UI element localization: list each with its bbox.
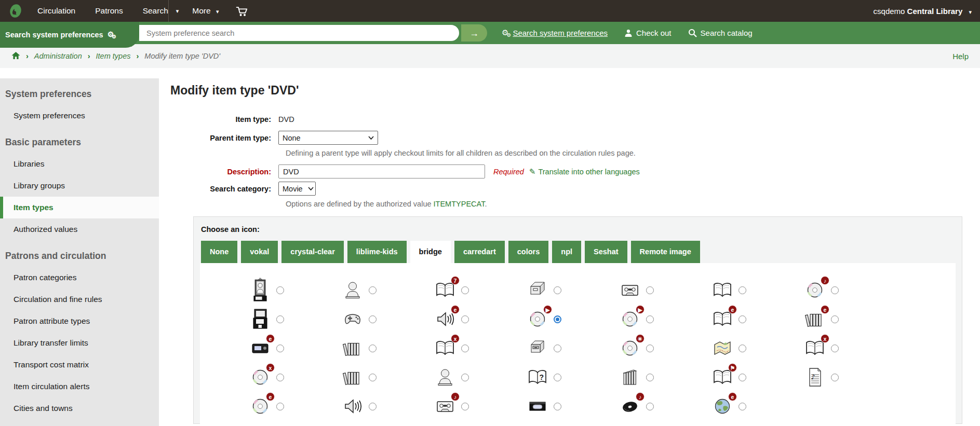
icon-tab-seshat[interactable]: Seshat [585,241,627,263]
icon-option[interactable]: ? [527,363,620,392]
icon-option[interactable]: e [250,392,342,421]
icon-option[interactable]: x [250,363,342,392]
icon-radio-selected[interactable] [554,315,561,323]
icon-radio[interactable] [554,286,561,294]
icon-option[interactable]: ▶ [620,305,712,334]
icon-tab-liblime-kids[interactable]: liblime-kids [347,241,407,263]
icon-option[interactable] [527,276,620,305]
icon-radio[interactable] [739,345,746,352]
icon-option[interactable]: e [712,305,804,334]
globe-icon[interactable]: e [712,395,733,418]
icon-tab-bridge[interactable]: bridge [410,241,451,263]
computer-floppy-icon[interactable] [250,308,271,331]
icon-radio[interactable] [554,345,561,352]
speaker-icon[interactable] [342,395,363,418]
icon-tab-vokal[interactable]: vokal [241,241,278,263]
icon-radio[interactable] [646,286,654,294]
icon-radio[interactable] [369,403,377,410]
icon-option[interactable]: e [804,305,897,334]
cd-icon[interactable]: ▶ [620,308,640,331]
icon-option[interactable] [342,276,435,305]
icon-option[interactable] [342,363,435,392]
framed-portrait-icon[interactable] [250,279,271,301]
icon-option[interactable]: ▶ [527,305,620,334]
quicklink-search-catalog[interactable]: Search catalog [688,29,753,37]
breadcrumb-administration[interactable]: Administration [34,52,82,60]
icon-option[interactable] [342,334,435,363]
card-file-icon[interactable] [527,337,548,360]
icon-option[interactable] [435,363,527,392]
icon-option[interactable] [620,276,712,305]
map-icon[interactable] [712,337,733,360]
sidebar-item-patron-categories[interactable]: Patron categories [0,267,159,288]
gamepad-icon[interactable] [342,308,363,331]
icon-tab-carredart[interactable]: carredart [454,241,505,263]
icon-radio[interactable] [646,345,654,352]
icon-option[interactable] [250,305,342,334]
icon-option[interactable]: x [804,334,897,363]
icon-tab-colors[interactable]: colors [508,241,549,263]
cassette-icon[interactable]: ♪ [435,395,455,418]
icon-radio[interactable] [369,315,377,323]
open-book-icon[interactable]: x [804,337,825,360]
home-icon[interactable] [11,51,20,60]
cd-icon[interactable]: e [250,395,271,418]
icon-radio[interactable] [831,345,839,352]
icon-radio[interactable] [739,315,746,323]
icon-radio[interactable] [276,345,284,352]
help-link[interactable]: Help [952,52,969,61]
user-menu[interactable]: csqdemo Central Library ▾ [874,7,972,16]
breadcrumb-item-types[interactable]: Item types [96,52,131,60]
sidebar-item-item-circulation-alerts[interactable]: Item circulation alerts [0,376,159,397]
icon-tab-crystal-clear[interactable]: crystal-clear [281,241,343,263]
icon-radio[interactable] [646,403,654,410]
quicklink-check-out[interactable]: Check out [624,29,672,37]
icon-tab-npl[interactable]: npl [552,241,581,263]
sidebar-item-library-transfer-limits[interactable]: Library transfer limits [0,332,159,354]
icon-radio[interactable] [831,286,839,294]
koha-logo[interactable] [8,4,23,18]
books-icon[interactable] [342,366,363,389]
icon-radio[interactable] [461,315,469,323]
sidebar-item-item-types[interactable]: Item types [0,197,159,218]
search-category-select[interactable]: Movie [278,182,316,196]
icon-option[interactable] [250,276,342,305]
icon-option[interactable]: e [250,334,342,363]
search-dropdown-caret-icon[interactable]: ▾ [176,8,179,15]
icon-option[interactable]: ✳ [620,334,712,363]
vhs-icon[interactable] [527,395,548,418]
icon-option[interactable]: x [435,334,527,363]
search-submit-button[interactable]: → [461,24,487,42]
book-question-icon[interactable]: ? [527,366,548,389]
icon-option[interactable]: ⚑ [712,363,804,392]
cd-icon[interactable]: x [250,366,271,389]
icon-option[interactable]: e [435,305,527,334]
open-book-icon[interactable]: x [435,337,455,360]
sidebar-item-transport-cost-matrix[interactable]: Transport cost matrix [0,354,159,376]
nav-item-circulation[interactable]: Circulation [37,6,75,16]
search-system-preferences-tab[interactable]: Search system preferences ⚙⚙ [0,22,139,48]
icon-tab-remote-image[interactable]: Remote image [631,241,700,263]
icon-option[interactable] [712,334,804,363]
icon-option[interactable] [527,334,620,363]
icon-radio[interactable] [369,286,377,294]
books-icon[interactable]: e [804,308,825,331]
icon-radio[interactable] [461,286,469,294]
bust-icon[interactable] [435,366,455,389]
books-icon[interactable] [342,337,363,360]
icon-option[interactable]: ♪ [804,363,897,392]
description-input[interactable] [278,164,485,178]
itemtypecat-link[interactable]: ITEMTYPECAT [434,200,485,208]
icon-radio[interactable] [554,374,561,381]
icon-radio[interactable] [276,286,284,294]
open-book-icon[interactable] [712,279,733,301]
icon-radio[interactable] [739,374,746,381]
icon-radio[interactable] [276,315,284,323]
icon-radio[interactable] [369,374,377,381]
cd-icon[interactable]: ♪ [804,279,825,301]
sidebar-item-system-preferences[interactable]: System preferences [0,105,159,127]
cd-icon[interactable]: ▶ [527,308,548,331]
icon-tab-none[interactable]: None [201,241,237,263]
translate-link[interactable]: Translate into other languages [538,168,639,176]
icon-option[interactable] [712,276,804,305]
